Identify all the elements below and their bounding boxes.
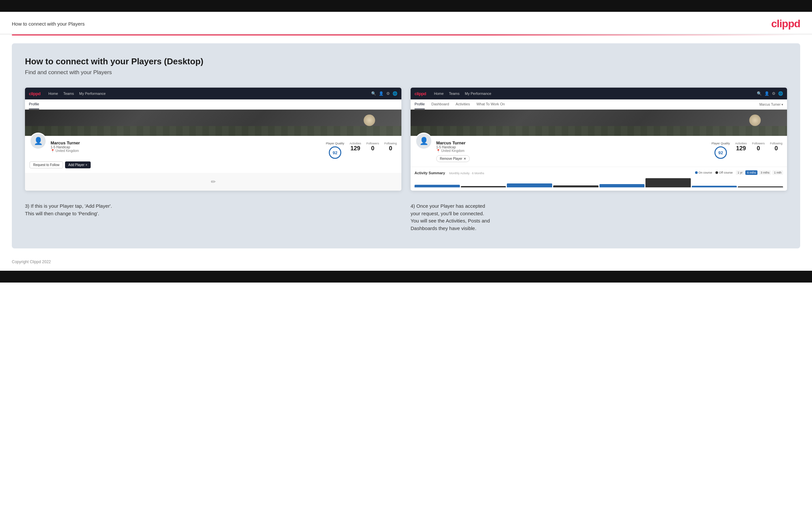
golf-banner-lines-left [25,126,401,136]
screenshot-panel-right: clippd Home Teams My Performance 🔍 👤 ⚙ 🌐… [411,88,787,191]
legend-off-course: Off course [715,171,732,174]
nav-myperformance-left[interactable]: My Performance [79,92,106,96]
profile-location-left: 📍 United Kingdom [51,149,322,153]
tab-profile-right[interactable]: Profile [414,100,425,109]
avatar-left: 👤 [30,132,47,150]
tab-user-right[interactable]: Marcus Turner ▾ [759,103,783,106]
followers-value-right: 0 [757,145,760,152]
stats-row-left: Player Quality 92 Activities 129 Followe… [326,142,397,159]
caption-left: 3) If this is your Player tap, 'Add Play… [25,203,401,232]
caption-left-text: 3) If this is your Player tap, 'Add Play… [25,203,112,216]
captions-row: 3) If this is your Player tap, 'Add Play… [25,203,787,232]
app-nav-logo-left: clippd [29,91,40,96]
activity-header-right: Activity Summary Monthly Activity · 6 Mo… [414,170,783,176]
legend-dot-off [715,171,718,174]
pq-circle-right: 92 [714,146,727,159]
main-subtitle: Find and connect with your Players [25,69,787,76]
nav-teams-right[interactable]: Teams [449,92,460,96]
page-footer: Copyright Clippd 2022 [0,256,812,271]
nav-myperformance-right[interactable]: My Performance [465,92,492,96]
activity-period-right: Monthly Activity · 6 Months [449,172,484,175]
following-value-left: 0 [389,145,392,152]
app-nav-icons-left: 🔍 👤 ⚙ 🌐 [371,91,398,96]
profile-location-right: 📍 United Kingdom [436,149,708,153]
time-btn-1mth[interactable]: 1 mth [772,170,783,175]
profile-buttons-left: Request to Follow Add Player + [30,161,397,168]
bar-4 [553,185,599,187]
remove-player-x-icon: ✕ [463,157,466,161]
copyright-text: Copyright Clippd 2022 [12,260,51,264]
clippd-logo: clippd [771,18,800,30]
main-content: How to connect with your Players (Deskto… [12,43,800,248]
following-value-right: 0 [774,145,778,152]
caption-right: 4) Once your Player has acceptedyour req… [411,203,787,232]
golf-banner-left [25,110,401,136]
time-btn-3mths[interactable]: 3 mths [759,170,771,175]
activities-label-right: Activities [735,142,747,145]
nav-teams-left[interactable]: Teams [63,92,74,96]
activities-label-left: Activities [350,142,361,145]
stat-pq-left: Player Quality 92 [326,142,344,159]
app-nav-right: clippd Home Teams My Performance 🔍 👤 ⚙ 🌐 [411,88,787,100]
golf-banner-lines-right [411,126,787,136]
avatar-icon-left: 👤 [34,137,43,146]
user-icon-left[interactable]: 👤 [379,91,384,96]
tab-dashboard-right[interactable]: Dashboard [431,100,449,109]
profile-handicap-left: 1-5 Handicap [51,146,322,149]
activity-legend-right: On course Off course [695,171,733,174]
scroll-icon-left: ✏ [211,178,216,185]
stat-following-right: Following 0 [770,142,782,152]
following-label-left: Following [384,142,397,145]
followers-value-left: 0 [371,145,374,152]
legend-on-course: On course [695,171,712,174]
app-tabs-left: Profile [25,100,401,110]
bar-8 [738,186,783,187]
tab-activities-right[interactable]: Activities [456,100,470,109]
top-bar [0,0,812,12]
search-icon-left[interactable]: 🔍 [371,91,376,96]
settings-icon-right[interactable]: ⚙ [772,91,775,96]
activity-title-right: Activity Summary [414,171,445,175]
activities-value-right: 129 [736,145,746,152]
tab-what-to-work-on-right[interactable]: What To Work On [476,100,505,109]
globe-icon-left[interactable]: 🌐 [393,91,398,96]
search-icon-right[interactable]: 🔍 [757,91,762,96]
pq-circle-left: 92 [329,146,341,159]
bar-6 [646,178,691,187]
time-btn-6mths[interactable]: 6 mths [745,170,757,175]
app-tabs-right: Profile Dashboard Activities What To Wor… [411,100,787,110]
nav-home-left[interactable]: Home [48,92,58,96]
stat-pq-right: Player Quality 92 [711,142,730,159]
bottom-bar [0,271,812,283]
stat-followers-right: Followers 0 [752,142,765,152]
avatar-icon-right: 👤 [419,137,428,146]
user-icon-right[interactable]: 👤 [764,91,769,96]
tab-profile-left[interactable]: Profile [29,100,39,109]
following-label-right: Following [770,142,782,145]
add-player-button[interactable]: Add Player + [65,161,91,168]
profile-info-right: Marcus Turner 1-5 Handicap 📍 United King… [436,140,708,162]
bar-1 [414,185,460,187]
page-title: How to connect with your Players [12,21,85,26]
stats-row-right: Player Quality 92 Activities 129 Followe… [711,142,782,159]
profile-row-right: 👤 Marcus Turner 1-5 Handicap 📍 United Ki… [415,139,782,162]
app-nav-left: clippd Home Teams My Performance 🔍 👤 ⚙ 🌐 [25,88,401,100]
app-nav-logo-right: clippd [414,91,426,96]
settings-icon-left[interactable]: ⚙ [386,91,390,96]
request-follow-button[interactable]: Request to Follow [30,161,63,168]
page-header: How to connect with your Players clippd [0,12,812,35]
profile-handicap-right: 1-5 Handicap [436,146,708,149]
screenshot-panel-left: clippd Home Teams My Performance 🔍 👤 ⚙ 🌐… [25,88,401,191]
time-btn-1yr[interactable]: 1 yr [736,170,744,175]
globe-icon-right[interactable]: 🌐 [778,91,783,96]
nav-home-right[interactable]: Home [434,92,444,96]
golf-banner-right [411,110,787,136]
bar-3 [507,183,552,187]
bar-7 [692,186,737,187]
activities-value-left: 129 [351,145,360,152]
screenshots-row: clippd Home Teams My Performance 🔍 👤 ⚙ 🌐… [25,88,787,191]
remove-player-button[interactable]: Remove Player ✕ [436,155,470,162]
avatar-right: 👤 [415,132,432,150]
profile-section-right: 👤 Marcus Turner 1-5 Handicap 📍 United Ki… [411,136,787,167]
followers-label-right: Followers [752,142,765,145]
